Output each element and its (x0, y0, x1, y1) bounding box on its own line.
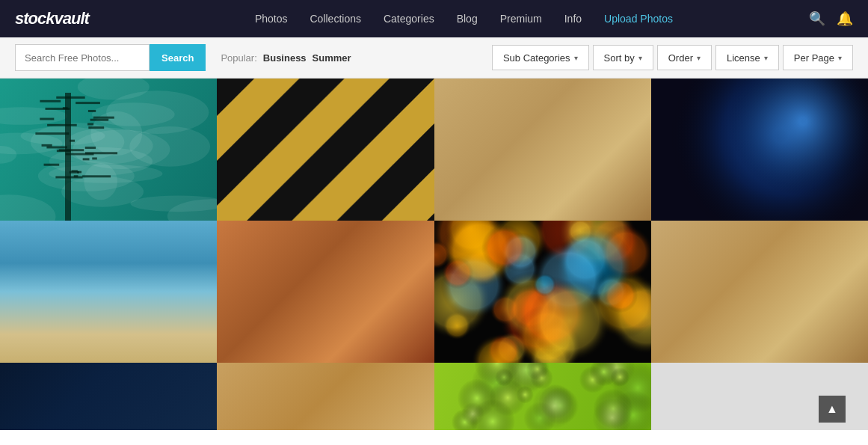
photo-cell[interactable] (434, 363, 651, 430)
chevron-down-icon: ▾ (838, 54, 842, 62)
chevron-down-icon: ▾ (764, 54, 768, 62)
photo-cell[interactable] (0, 221, 217, 363)
nav-premium[interactable]: Premium (500, 13, 542, 25)
search-button[interactable]: Search (150, 44, 206, 71)
navbar: stockvault Photos Collections Categories… (0, 0, 868, 37)
photo-canvas (217, 79, 434, 221)
photo-canvas (0, 79, 217, 221)
popular-label: Popular: (221, 52, 256, 64)
nav-icons: 🔍 🔔 (809, 10, 853, 27)
photo-cell[interactable] (217, 363, 434, 430)
photo-cell[interactable] (217, 221, 434, 363)
nav-links: Photos Collections Categories Blog Premi… (119, 13, 809, 25)
search-input-wrap: Search (15, 44, 206, 71)
popular-wrap: Popular: Business Summer (221, 52, 351, 64)
photo-grid (0, 79, 868, 430)
filter-order[interactable]: Order ▾ (657, 45, 712, 70)
photo-cell[interactable] (0, 363, 217, 430)
photo-cell[interactable] (0, 79, 217, 221)
search-icon[interactable]: 🔍 (809, 10, 825, 27)
filter-wrap: Sub Categories ▾ Sort by ▾ Order ▾ Licen… (492, 45, 853, 70)
photo-cell[interactable] (434, 221, 651, 363)
nav-blog[interactable]: Blog (457, 13, 478, 25)
nav-photos[interactable]: Photos (255, 13, 288, 25)
nav-collections[interactable]: Collections (310, 13, 360, 25)
nav-upload[interactable]: Upload Photos (604, 13, 673, 25)
popular-summer[interactable]: Summer (313, 52, 351, 64)
chevron-down-icon: ▾ (574, 54, 578, 62)
search-bar: Search Popular: Business Summer Sub Cate… (0, 37, 868, 79)
filter-sortby[interactable]: Sort by ▾ (593, 45, 653, 70)
photo-canvas (434, 221, 651, 363)
chevron-down-icon: ▾ (697, 54, 701, 62)
bell-icon[interactable]: 🔔 (837, 10, 853, 27)
photo-cell[interactable] (217, 79, 434, 221)
filter-perpage[interactable]: Per Page ▾ (783, 45, 853, 70)
photo-canvas (434, 363, 651, 430)
photo-cell[interactable] (434, 79, 651, 221)
scroll-top-button[interactable]: ▲ (819, 396, 846, 423)
photo-cell[interactable] (651, 221, 868, 363)
filter-subcategories[interactable]: Sub Categories ▾ (492, 45, 589, 70)
search-input[interactable] (15, 44, 150, 71)
site-logo[interactable]: stockvault (15, 9, 89, 28)
photo-cell[interactable] (651, 79, 868, 221)
photo-canvas (651, 79, 868, 221)
nav-categories[interactable]: Categories (384, 13, 434, 25)
popular-business[interactable]: Business (263, 52, 307, 64)
filter-license[interactable]: License ▾ (715, 45, 779, 70)
chevron-down-icon: ▾ (638, 54, 642, 62)
nav-info[interactable]: Info (564, 13, 582, 25)
